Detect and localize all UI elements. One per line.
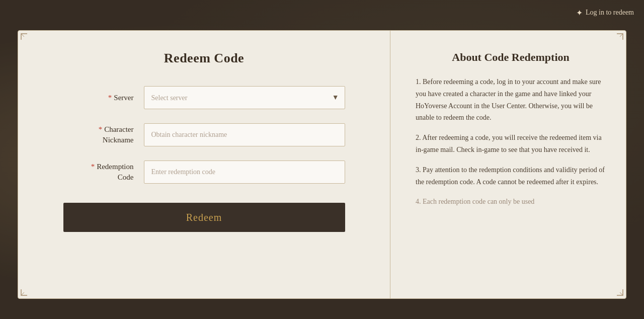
top-bar: ✦ Log in to redeem xyxy=(0,0,644,25)
about-item-3: 3. Pay attention to the redemption condi… xyxy=(416,164,606,188)
code-required-star: * xyxy=(91,163,95,171)
code-row: *RedemptionCode xyxy=(63,161,345,184)
star-icon: ✦ xyxy=(576,8,583,18)
server-required-star: * xyxy=(108,94,112,102)
left-panel: Redeem Code *Server Select server Americ… xyxy=(18,31,390,298)
modal-container: Redeem Code *Server Select server Americ… xyxy=(18,30,626,299)
nickname-required-star: * xyxy=(99,125,103,133)
panel-title: Redeem Code xyxy=(164,51,244,66)
about-text: 1. Before redeeming a code, log in to yo… xyxy=(416,76,606,208)
server-select-wrapper: Select server America Europe Asia TW/HK/… xyxy=(144,86,345,109)
about-item-2: 2. After redeeming a code, you will rece… xyxy=(416,132,606,156)
corner-br xyxy=(610,282,624,296)
code-input[interactable] xyxy=(144,161,345,184)
about-title: About Code Redemption xyxy=(416,51,606,64)
about-item-4: 4. Each redemption code can only be used xyxy=(416,196,606,208)
nickname-label: *CharacterNickname xyxy=(63,124,144,145)
login-label: Log in to redeem xyxy=(586,9,634,17)
form-container: *Server Select server America Europe Asi… xyxy=(63,86,345,232)
nickname-row: *CharacterNickname xyxy=(63,123,345,146)
server-row: *Server Select server America Europe Asi… xyxy=(63,86,345,109)
corner-bl xyxy=(20,282,34,296)
redeem-button[interactable]: Redeem xyxy=(63,203,345,232)
login-to-redeem-button[interactable]: ✦ Log in to redeem xyxy=(576,8,634,18)
right-panel: About Code Redemption 1. Before redeemin… xyxy=(390,31,626,298)
server-select[interactable]: Select server America Europe Asia TW/HK/… xyxy=(144,86,345,109)
corner-tr xyxy=(610,33,624,47)
server-label: *Server xyxy=(63,93,144,103)
code-label: *RedemptionCode xyxy=(63,162,144,183)
about-item-1: 1. Before redeeming a code, log in to yo… xyxy=(416,76,606,124)
corner-tl xyxy=(20,33,34,47)
nickname-input[interactable] xyxy=(144,123,345,146)
